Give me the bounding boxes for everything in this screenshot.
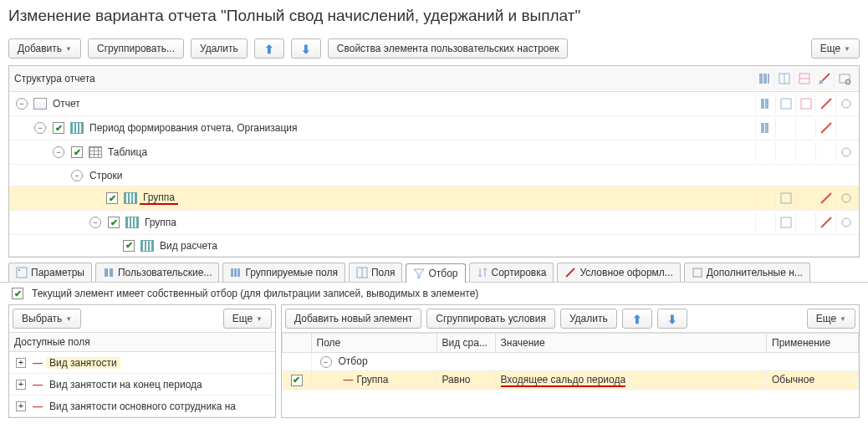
row-icon[interactable]	[815, 119, 835, 137]
tree-label: Период формирования отчета, Организация	[86, 122, 301, 134]
row-icon[interactable]	[835, 213, 855, 232]
svg-rect-25	[110, 268, 113, 277]
row-icon[interactable]	[815, 189, 835, 207]
document-icon	[33, 98, 47, 110]
field-item[interactable]: + — Вид занятости основного сотрудника н…	[9, 396, 275, 417]
add-button[interactable]: Добавить▼	[8, 38, 81, 59]
select-button[interactable]: Выбрать▼	[13, 309, 81, 329]
col-value[interactable]: Значение	[495, 334, 767, 353]
dropdown-icon: ▼	[65, 315, 72, 323]
tree-row-period[interactable]: − ✔ Период формирования отчета, Организа…	[9, 116, 859, 140]
user-icon	[103, 267, 115, 278]
toolbar-icon-3[interactable]	[794, 69, 814, 88]
tree-row-report[interactable]: − Отчет	[9, 92, 859, 116]
field-label: Вид занятости основного сотрудника на	[46, 401, 239, 412]
checkbox[interactable]: ✔	[123, 240, 135, 252]
row-icon[interactable]	[755, 94, 775, 113]
tab-parameters[interactable]: Параметры	[8, 263, 92, 282]
more-button[interactable]: Еще▼	[223, 309, 272, 329]
svg-rect-12	[781, 99, 791, 109]
tree-row-rows[interactable]: − Строки	[9, 165, 859, 186]
add-new-element-button[interactable]: Добавить новый элемент	[285, 309, 421, 329]
filter-conditions-pane: Добавить новый элемент Сгруппировать усл…	[281, 304, 860, 418]
row-icon[interactable]	[835, 94, 855, 113]
collapse-icon[interactable]: −	[89, 217, 101, 228]
row-icon[interactable]	[795, 94, 815, 113]
move-up-button[interactable]: ⬆	[254, 38, 284, 59]
svg-rect-27	[234, 268, 237, 277]
collapse-icon[interactable]: −	[16, 98, 28, 110]
tab-conditional-formatting[interactable]: Условное оформл...	[557, 263, 680, 282]
dropdown-icon: ▼	[840, 315, 846, 323]
col-compare[interactable]: Вид сра...	[437, 334, 495, 353]
tab-additional[interactable]: Дополнительные н...	[684, 263, 810, 282]
tree-row-table[interactable]: − ✔ Таблица	[9, 140, 859, 165]
col-apply[interactable]: Применение	[767, 334, 859, 353]
checkbox[interactable]: ✔	[108, 217, 120, 228]
checkbox[interactable]: ✔	[53, 122, 64, 134]
delete-button[interactable]: Удалить	[191, 38, 248, 59]
row-icon[interactable]	[815, 94, 835, 113]
tree-row-calc[interactable]: ✔ Вид расчета	[9, 235, 859, 257]
expand-icon[interactable]: +	[16, 401, 26, 411]
svg-rect-15	[761, 123, 764, 133]
collapse-icon[interactable]: −	[53, 146, 64, 158]
toolbar-icon-4[interactable]	[814, 69, 834, 88]
user-settings-props-button[interactable]: Свойства элемента пользовательских настр…	[328, 38, 569, 59]
svg-point-19	[842, 194, 850, 202]
row-icon[interactable]	[775, 189, 795, 207]
cond-field: Группа	[357, 374, 389, 385]
structure-header: Структура отчета	[14, 73, 95, 84]
checkbox[interactable]: ✔	[106, 192, 118, 204]
expand-icon[interactable]: +	[16, 380, 26, 390]
tab-filter[interactable]: Отбор	[406, 263, 465, 283]
dropdown-icon: ▼	[65, 45, 72, 53]
group-button[interactable]: Сгруппировать...	[88, 38, 184, 59]
tab-user-settings[interactable]: Пользовательские...	[95, 263, 220, 282]
expand-icon[interactable]: +	[16, 358, 26, 368]
toolbar-icon-2[interactable]	[774, 69, 794, 88]
tab-fields[interactable]: Поля	[349, 263, 403, 282]
arrow-up-icon: ⬆	[631, 313, 643, 324]
tree-row-group2[interactable]: − ✔ Группа	[9, 211, 859, 235]
field-item[interactable]: + — Вид занятости	[9, 352, 275, 374]
row-icon[interactable]	[775, 213, 795, 232]
tree-row-group-selected[interactable]: ✔ Группа	[9, 186, 859, 211]
row-icon[interactable]	[835, 189, 855, 207]
svg-point-17	[842, 148, 850, 156]
collapse-icon[interactable]: −	[320, 356, 332, 368]
collapse-icon[interactable]: −	[34, 122, 46, 134]
row-icon[interactable]	[835, 143, 855, 161]
tab-sort[interactable]: Сортировка	[469, 263, 554, 282]
tree-label: Вид расчета	[156, 240, 221, 252]
more-button[interactable]: Еще▼	[807, 309, 855, 329]
checkbox[interactable]: ✔	[291, 375, 303, 386]
move-up-button[interactable]: ⬆	[622, 309, 652, 329]
move-down-button[interactable]: ⬇	[657, 309, 687, 329]
filter-root-row[interactable]: −Отбор	[283, 353, 859, 371]
tab-grouped-fields[interactable]: Группируемые поля	[222, 263, 345, 282]
row-icon[interactable]	[775, 94, 795, 113]
toolbar-icon-1[interactable]	[753, 69, 774, 88]
col-field[interactable]: Поле	[311, 334, 437, 353]
field-item[interactable]: + — Вид занятости на конец периода	[9, 374, 275, 396]
collapse-icon[interactable]: −	[71, 170, 83, 181]
toolbar-icon-5[interactable]	[834, 69, 854, 88]
svg-rect-16	[765, 123, 768, 133]
svg-rect-24	[105, 268, 108, 277]
row-icon[interactable]	[815, 213, 835, 232]
delete-condition-button[interactable]: Удалить	[560, 309, 617, 329]
minus-icon: —	[33, 379, 43, 390]
more-button[interactable]: Еще▼	[811, 38, 860, 59]
filter-condition-row[interactable]: ✔ —Группа Равно Входящее сальдо периода …	[283, 371, 859, 390]
move-down-button[interactable]: ⬇	[291, 38, 321, 59]
tree-label: Строки	[86, 170, 125, 181]
group-conditions-button[interactable]: Сгруппировать условия	[426, 309, 555, 329]
minus-icon: —	[33, 357, 43, 369]
own-filter-checkbox[interactable]: ✔	[12, 288, 23, 299]
svg-point-14	[842, 100, 850, 108]
row-icon[interactable]	[755, 119, 775, 137]
checkbox[interactable]: ✔	[71, 146, 83, 158]
cond-value[interactable]: Входящее сальдо периода	[501, 374, 626, 387]
svg-point-9	[845, 79, 850, 84]
